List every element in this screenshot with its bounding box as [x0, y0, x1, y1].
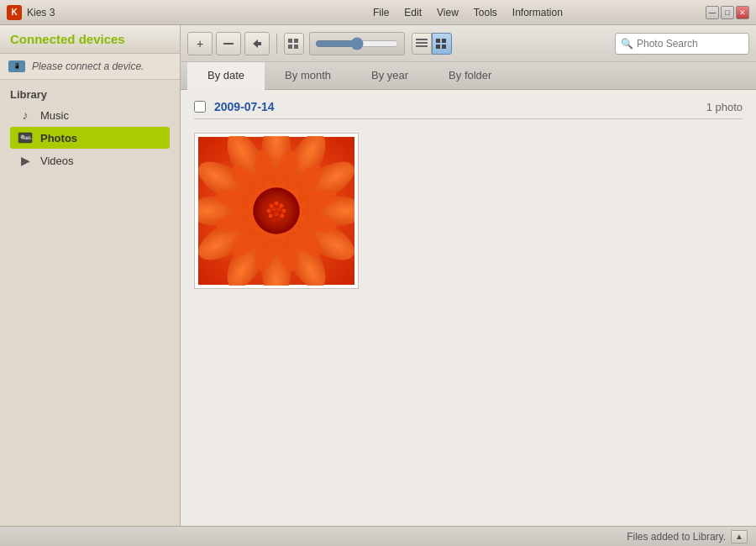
photo-grid: [194, 126, 743, 296]
menu-edit[interactable]: Edit: [397, 5, 428, 20]
statusbar: Files added to Library. ▲: [0, 526, 756, 546]
svg-rect-10: [416, 42, 428, 44]
search-box: 🔍: [615, 33, 749, 55]
search-input[interactable]: [637, 38, 738, 50]
svg-point-46: [272, 207, 276, 212]
list-view-button[interactable]: [412, 33, 432, 55]
sidebar-item-videos[interactable]: ▶ Videos: [10, 150, 170, 171]
svg-rect-5: [288, 39, 292, 43]
scroll-up-button[interactable]: ▲: [731, 530, 748, 543]
sidebar-item-music-label: Music: [40, 109, 69, 122]
svg-point-41: [253, 187, 299, 234]
dots-view-button[interactable]: [284, 33, 304, 55]
date-group-checkbox[interactable]: [194, 101, 206, 113]
svg-rect-15: [442, 45, 446, 49]
sidebar-item-videos-label: Videos: [40, 155, 74, 167]
svg-point-51: [280, 213, 284, 218]
svg-rect-7: [288, 45, 292, 49]
svg-point-45: [267, 209, 271, 213]
close-button[interactable]: ✕: [736, 6, 749, 19]
status-message: Files added to Library.: [627, 531, 726, 543]
svg-rect-11: [416, 45, 428, 47]
svg-point-53: [277, 218, 281, 222]
menu-bar: File Edit View Tools Information: [366, 5, 706, 20]
photo-thumbnail: [198, 136, 354, 286]
menu-tools[interactable]: Tools: [467, 5, 504, 20]
date-label: 2009-07-14: [214, 100, 706, 113]
import-button[interactable]: [244, 32, 270, 55]
content-area: +: [181, 25, 756, 526]
sidebar-item-music[interactable]: ♪ Music: [10, 104, 170, 126]
library-section: Library ♪ Music Photos ▶ Videos: [0, 80, 180, 176]
menu-view[interactable]: View: [430, 5, 465, 20]
svg-point-52: [272, 218, 276, 222]
minimize-button[interactable]: —: [706, 6, 719, 19]
app-title: Kies 3: [27, 7, 366, 18]
svg-point-48: [281, 209, 286, 213]
zoom-slider-container: [309, 32, 405, 55]
date-group-header: 2009-07-14 1 photo: [194, 100, 743, 119]
svg-point-50: [275, 212, 279, 216]
photo-item[interactable]: [194, 133, 359, 289]
zoom-slider[interactable]: [315, 37, 399, 50]
sidebar-item-photos-label: Photos: [40, 132, 77, 144]
main-container: Connected devices 📱 Please connect a dev…: [0, 25, 756, 526]
svg-rect-13: [442, 39, 446, 43]
menu-file[interactable]: File: [366, 5, 396, 20]
svg-rect-8: [294, 45, 298, 49]
titlebar: K Kies 3 File Edit View Tools Informatio…: [0, 0, 756, 25]
photos-icon: [17, 131, 34, 144]
sidebar-header: Connected devices: [0, 25, 180, 54]
svg-rect-12: [436, 39, 440, 43]
svg-point-44: [279, 204, 283, 208]
app-icon: K: [7, 5, 22, 20]
device-message: Please connect a device.: [32, 60, 144, 72]
menu-information[interactable]: Information: [506, 5, 570, 20]
tab-by-folder[interactable]: By folder: [428, 62, 512, 90]
svg-rect-9: [416, 39, 428, 40]
window-controls: — □ ✕: [706, 6, 749, 19]
tab-bar: By date By month By year By folder: [181, 62, 756, 90]
photo-content: 2009-07-14 1 photo: [181, 90, 756, 526]
sidebar: Connected devices 📱 Please connect a dev…: [0, 25, 181, 526]
sidebar-item-photos[interactable]: Photos: [10, 127, 170, 149]
svg-point-42: [270, 204, 274, 208]
library-title: Library: [10, 88, 170, 101]
connected-devices-title: Connected devices: [10, 32, 170, 46]
svg-point-43: [275, 202, 279, 206]
search-icon: 🔍: [621, 38, 633, 50]
music-icon: ♪: [17, 108, 34, 122]
toolbar: +: [181, 25, 756, 62]
videos-icon: ▶: [17, 154, 34, 167]
maximize-button[interactable]: □: [721, 6, 734, 19]
svg-point-47: [276, 207, 281, 212]
svg-rect-14: [436, 45, 440, 49]
svg-point-49: [269, 213, 273, 218]
svg-rect-6: [294, 39, 298, 43]
remove-button[interactable]: [216, 32, 241, 55]
grid-view-button[interactable]: [432, 33, 452, 55]
device-icon: 📱: [8, 60, 25, 72]
tab-by-year[interactable]: By year: [351, 62, 428, 90]
tab-by-date[interactable]: By date: [187, 62, 265, 90]
svg-point-1: [21, 135, 25, 139]
device-row: 📱 Please connect a device.: [0, 54, 180, 80]
tab-by-month[interactable]: By month: [265, 62, 351, 90]
toolbar-separator: [276, 34, 277, 54]
svg-rect-4: [223, 43, 234, 45]
add-button[interactable]: +: [187, 32, 213, 55]
photo-count: 1 photo: [706, 101, 743, 113]
